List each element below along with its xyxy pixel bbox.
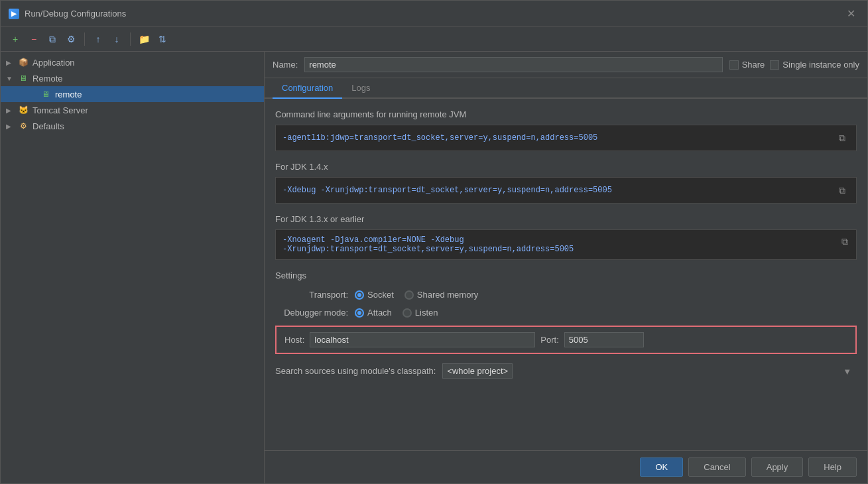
single-instance-checkbox-label[interactable]: Single instance only [770, 60, 859, 70]
move-up-button[interactable]: ↑ [90, 31, 106, 47]
classpath-label: Search sources using module's classpath: [275, 366, 436, 376]
select-arrow-icon: ▼ [843, 366, 851, 376]
main-content: ▶ 📦 Application ▼ 🖥 Remote 🖥 remote ▶ 🐱 … [1, 52, 867, 483]
sidebar-item-remote[interactable]: ▼ 🖥 Remote [1, 70, 264, 86]
title-bar: ▶ Run/Debug Configurations ✕ [1, 1, 867, 27]
sidebar-item-application[interactable]: ▶ 📦 Application [1, 54, 264, 70]
remote-config-icon: 🖥 [40, 89, 51, 99]
move-down-button[interactable]: ↓ [109, 31, 125, 47]
name-bar: Name: Share Single instance only [265, 52, 867, 78]
share-label: Share [742, 60, 765, 70]
remote-config-label: remote [55, 90, 82, 99]
sidebar: ▶ 📦 Application ▼ 🖥 Remote 🖥 remote ▶ 🐱 … [1, 52, 265, 483]
shared-memory-label: Shared memory [417, 290, 478, 300]
sort-button[interactable]: ⇅ [155, 31, 170, 47]
tomcat-icon: 🐱 [18, 105, 29, 115]
host-label: Host: [284, 335, 304, 345]
attach-label: Attach [367, 308, 392, 318]
copy-button[interactable]: ⧉ [44, 31, 60, 47]
settings-section: Settings Transport: Socket [275, 271, 857, 379]
cancel-button[interactable]: Cancel [688, 457, 745, 477]
jdk14-section-label: For JDK 1.4.x [275, 162, 857, 172]
tomcat-label: Tomcat Server [32, 105, 88, 115]
listen-radio[interactable] [403, 308, 412, 318]
settings-button[interactable]: ⚙ [63, 31, 79, 47]
host-input[interactable] [310, 332, 535, 347]
app-icon: ▶ [9, 9, 19, 19]
help-button[interactable]: Help [808, 457, 857, 477]
jdk14-code-text: -Xdebug -Xrunjdwp:transport=dt_socket,se… [282, 186, 835, 195]
add-button[interactable]: + [7, 31, 23, 47]
remote-label: Remote [32, 74, 63, 84]
host-port-row: Host: Port: [275, 326, 857, 354]
defaults-label: Defaults [32, 121, 64, 131]
remove-button[interactable]: − [26, 31, 42, 47]
tomcat-arrow: ▶ [6, 107, 14, 114]
shared-memory-radio-label[interactable]: Shared memory [404, 290, 478, 300]
sidebar-item-tomcat[interactable]: ▶ 🐱 Tomcat Server [1, 102, 264, 118]
transport-row: Transport: Socket Shared memory [275, 290, 857, 300]
sidebar-item-defaults[interactable]: ▶ ⚙ Defaults [1, 118, 264, 134]
socket-radio[interactable] [355, 290, 364, 300]
share-area: Share Single instance only [729, 60, 859, 70]
name-input[interactable] [304, 57, 722, 72]
classpath-select-wrapper: <whole project> ▼ [442, 363, 857, 379]
close-button[interactable]: ✕ [843, 6, 859, 21]
config-panel: Command line arguments for running remot… [265, 99, 867, 450]
tab-logs[interactable]: Logs [342, 78, 379, 99]
jdk14-copy-button[interactable]: ⧉ [835, 183, 849, 198]
attach-radio-label[interactable]: Attach [355, 308, 392, 318]
apply-button[interactable]: Apply [751, 457, 804, 477]
remote-icon: 🖥 [18, 73, 29, 84]
name-label: Name: [273, 60, 298, 70]
toolbar: + − ⧉ ⚙ ↑ ↓ 📁 ⇅ [1, 27, 867, 52]
application-icon: 📦 [18, 57, 29, 68]
settings-title: Settings [275, 271, 857, 280]
run-debug-dialog: ▶ Run/Debug Configurations ✕ + − ⧉ ⚙ ↑ ↓… [0, 0, 868, 484]
share-checkbox[interactable] [729, 60, 739, 70]
tabs-bar: Configuration Logs [265, 78, 867, 99]
application-arrow: ▶ [6, 59, 14, 66]
socket-label: Socket [367, 290, 394, 300]
jdk14-code-box: -Xdebug -Xrunjdwp:transport=dt_socket,se… [275, 177, 857, 204]
cmd-copy-button[interactable]: ⧉ [835, 131, 849, 145]
title-bar-left: ▶ Run/Debug Configurations [9, 9, 126, 19]
single-instance-label: Single instance only [782, 60, 859, 70]
cmd-section-label: Command line arguments for running remot… [275, 109, 857, 119]
share-checkbox-label[interactable]: Share [729, 60, 765, 70]
transport-label: Transport: [275, 290, 348, 300]
jdk13-line2: -Xrunjdwp:transport=dt_socket,server=y,s… [282, 245, 849, 254]
cmd-code-text: -agentlib:jdwp=transport=dt_socket,serve… [282, 133, 835, 143]
right-panel: Name: Share Single instance only Confi [265, 52, 867, 483]
tab-configuration[interactable]: Configuration [273, 78, 342, 99]
application-label: Application [32, 58, 75, 68]
socket-radio-label[interactable]: Socket [355, 290, 394, 300]
classpath-row: Search sources using module's classpath:… [275, 363, 857, 379]
debugger-mode-radio-group: Attach Listen [355, 308, 438, 318]
transport-radio-group: Socket Shared memory [355, 290, 478, 300]
socket-radio-inner [357, 293, 361, 297]
toolbar-sep2 [130, 32, 131, 46]
toolbar-sep1 [84, 32, 85, 46]
listen-radio-label[interactable]: Listen [403, 308, 438, 318]
cmd-code-box: -agentlib:jdwp=transport=dt_socket,serve… [275, 125, 857, 151]
ok-button[interactable]: OK [640, 457, 683, 477]
sidebar-item-remote-config[interactable]: 🖥 remote [1, 86, 264, 102]
shared-memory-radio[interactable] [404, 290, 414, 300]
footer: OK Cancel Apply Help [265, 450, 867, 483]
jdk13-section-label: For JDK 1.3.x or earlier [275, 214, 857, 224]
listen-label: Listen [415, 308, 438, 318]
jdk13-line1: -Xnoagent -Djava.compiler=NONE -Xdebug [282, 235, 849, 245]
attach-radio-inner [357, 311, 361, 315]
jdk13-copy-button[interactable]: ⧉ [837, 234, 852, 249]
defaults-arrow: ▶ [6, 123, 14, 130]
attach-radio[interactable] [355, 308, 364, 318]
classpath-select[interactable]: <whole project> [442, 363, 513, 379]
debugger-mode-row: Debugger mode: Attach Listen [275, 308, 857, 318]
port-input[interactable] [564, 332, 644, 347]
port-label: Port: [540, 335, 558, 345]
single-instance-checkbox[interactable] [770, 60, 779, 70]
jdk13-code-box: -Xnoagent -Djava.compiler=NONE -Xdebug -… [275, 229, 857, 260]
folder-button[interactable]: 📁 [136, 31, 152, 47]
debugger-mode-label: Debugger mode: [275, 308, 348, 318]
